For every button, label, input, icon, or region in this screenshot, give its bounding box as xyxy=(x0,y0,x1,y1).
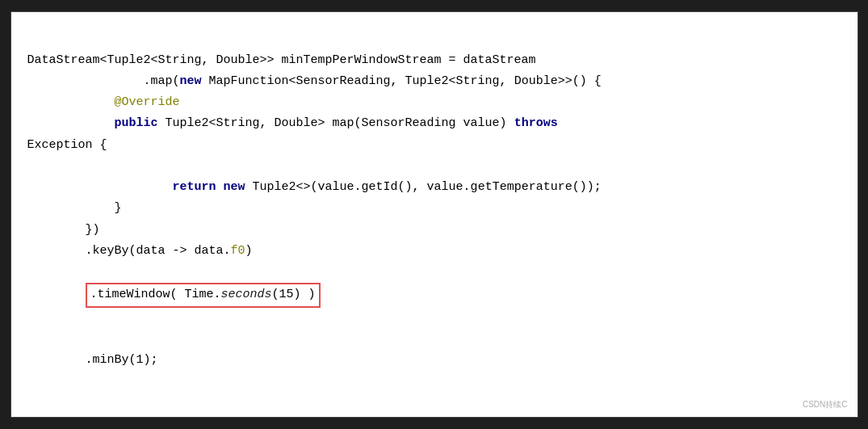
line-3: @Override xyxy=(27,95,180,109)
line-5: Exception { xyxy=(27,138,107,152)
line-1: DataStream<Tuple2<String, Double>> minTe… xyxy=(27,53,536,67)
line-12: .minBy(1); xyxy=(27,353,158,367)
line-10: .timeWindow( Time.seconds(15) ) xyxy=(27,288,321,301)
line-4: public Tuple2<String, Double> map(Sensor… xyxy=(27,116,558,130)
line-2: .map(new MapFunction<SensorReading, Tupl… xyxy=(27,74,602,88)
code-container: DataStream<Tuple2<String, Double>> minTe… xyxy=(10,11,858,417)
line-6: return new Tuple2<>(value.getId(), value… xyxy=(27,180,602,194)
line-7: } xyxy=(27,201,122,215)
watermark: CSDN持续C xyxy=(803,399,848,410)
highlighted-line: .timeWindow( Time.seconds(15) ) xyxy=(86,283,321,307)
line-9: .keyBy(data -> data.f0) xyxy=(27,244,253,258)
line-8: }) xyxy=(27,223,100,237)
code-block: DataStream<Tuple2<String, Double>> minTe… xyxy=(27,28,833,392)
